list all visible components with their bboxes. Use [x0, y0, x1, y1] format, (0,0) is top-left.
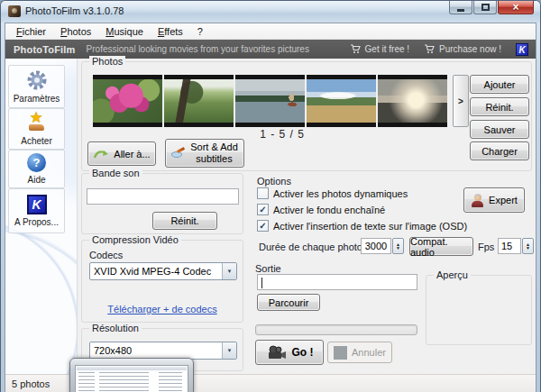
status-text: 5 photos — [12, 378, 50, 389]
photo-thumbnail-4[interactable] — [307, 75, 376, 127]
close-icon: × — [512, 2, 518, 13]
sidebar-item-label: Paramètres — [14, 94, 60, 104]
fps-spinner[interactable]: ▲▼ — [522, 238, 534, 254]
output-path-input[interactable] — [257, 274, 417, 290]
sidebar-item-label: Acheter — [21, 136, 51, 146]
bande-son-label: Bande son — [89, 168, 142, 178]
text-caret — [261, 278, 262, 288]
codecs-label: Codecs — [89, 250, 123, 260]
parcourir-button[interactable]: Parcourir — [257, 294, 320, 311]
compression-video-group: Compression Vidéo Codecs XVID Xvid MPEG-… — [81, 240, 243, 323]
minimize-button[interactable] — [449, 1, 472, 14]
purchase-now-label: Purchase now ! — [439, 44, 501, 54]
reinit-soundtrack-button[interactable]: Réinit. — [152, 212, 217, 230]
expert-button[interactable]: Expert — [463, 187, 525, 213]
window-title: PhotoToFilm v3.1.0.78 — [25, 5, 124, 16]
sidebar-item-label: A Propos... — [14, 217, 59, 227]
ajouter-button[interactable]: Ajouter — [470, 75, 529, 94]
banner-tagline: Professional looking movies from your fa… — [87, 44, 309, 54]
download-codecs-link[interactable]: Télécharger + de codecs — [82, 304, 243, 315]
title-bar[interactable]: PhotoToFilm v3.1.0.78 × — [1, 1, 540, 23]
soundtrack-input[interactable] — [87, 188, 239, 205]
gear-icon — [26, 69, 48, 91]
photos-group: Photos > 1 - 5 / 5 Ajouter Réinit. Sauve… — [81, 61, 532, 171]
checkbox-photos-dynamiques[interactable]: Activer les photos dynamiques — [257, 187, 408, 199]
compat-audio-button[interactable]: Compat. audio — [409, 237, 473, 256]
get-it-free-link[interactable]: Get it free ! — [350, 44, 409, 54]
chevron-down-icon: ▼ — [222, 342, 236, 359]
movie-camera-icon — [266, 345, 288, 360]
compression-video-label: Compression Vidéo — [89, 234, 181, 245]
next-photos-button[interactable]: > — [453, 75, 469, 127]
checkbox-fondu-enchaine[interactable]: ✓ Activer le fondu enchaîné — [257, 204, 385, 215]
background-window-thumbnail[interactable] — [69, 358, 194, 392]
checkbox-icon — [257, 187, 269, 199]
resolution-label: Résolution — [89, 323, 142, 333]
go-button[interactable]: Go ! — [255, 340, 324, 365]
cart-icon — [350, 44, 362, 54]
codec-dropdown[interactable]: XVID Xvid MPEG-4 Codec ▼ — [89, 262, 237, 280]
promo-banner: PhotoToFilm Professional looking movies … — [5, 40, 536, 59]
close-button[interactable]: × — [498, 1, 534, 14]
apercu-label: Aperçu — [434, 269, 471, 280]
kc-logo-icon: K — [27, 195, 47, 214]
photo-thumbnail-1[interactable] — [93, 75, 162, 127]
star-hand-icon: ★ — [26, 112, 48, 133]
maximize-icon — [481, 4, 490, 11]
menu-bar: Fichier Photos Musique Effets ? — [5, 23, 536, 40]
background-window-content — [75, 365, 188, 392]
phototofilm-window: PhotoToFilm v3.1.0.78 × Fichier Photos M… — [0, 0, 541, 392]
app-icon — [8, 5, 21, 17]
sortie-label: Sortie — [255, 263, 281, 274]
charger-button[interactable]: Charger — [470, 141, 529, 160]
sidebar-item-acheter[interactable]: ★ Acheter — [8, 108, 65, 150]
menu-fichier[interactable]: Fichier — [9, 26, 53, 37]
photos-group-label: Photos — [89, 56, 125, 67]
menu-effets[interactable]: Effets — [151, 26, 190, 37]
get-it-free-label: Get it free ! — [365, 44, 409, 54]
checkbox-texte-osd[interactable]: ✓ Activer l'insertion de texte sur l'ima… — [257, 220, 467, 232]
resolution-dropdown[interactable]: 720x480 ▼ — [89, 342, 237, 360]
menu-musique[interactable]: Musique — [98, 26, 151, 37]
checkbox-icon: ✓ — [257, 204, 269, 215]
sort-add-subtitles-button[interactable]: Sort & Addsubtitles — [165, 139, 244, 168]
duration-spinner[interactable]: ▲▼ — [392, 238, 404, 254]
fps-input[interactable] — [498, 238, 521, 254]
fps-label: Fps : — [478, 242, 500, 252]
bande-son-group: Bande son Réinit. — [81, 173, 243, 234]
sidebar-item-parametres[interactable]: Paramètres — [8, 65, 65, 108]
minimize-icon — [457, 9, 464, 12]
stop-square-icon — [334, 346, 347, 360]
duration-input[interactable] — [361, 238, 391, 254]
aller-a-button[interactable]: Aller à... — [87, 141, 156, 166]
menu-photos[interactable]: Photos — [53, 26, 98, 37]
photo-counter: 1 - 5 / 5 — [96, 128, 468, 141]
help-icon: ? — [27, 153, 46, 172]
photo-thumbnail-5[interactable] — [378, 75, 447, 127]
sidebar-item-a-propos[interactable]: K A Propos... — [8, 188, 65, 233]
kc-softwares-logo-icon[interactable]: K — [516, 43, 528, 56]
apercu-group: Aperçu — [426, 275, 532, 345]
chevron-down-icon: ▼ — [222, 263, 236, 279]
photo-thumbnail-2[interactable] — [164, 75, 234, 127]
main-panel: Photos > 1 - 5 / 5 Ajouter Réinit. Sauve… — [78, 59, 539, 374]
sidebar-item-aide[interactable]: ? Aide — [8, 150, 65, 188]
sort-pencil-icon — [171, 148, 186, 159]
checkbox-icon: ✓ — [257, 220, 269, 232]
green-arrow-icon — [93, 149, 109, 160]
maximize-button[interactable] — [473, 1, 497, 14]
annuler-button[interactable]: Annuler — [327, 342, 392, 363]
expert-person-icon — [471, 194, 484, 207]
photo-thumbnail-3[interactable] — [235, 75, 305, 127]
progress-bar — [255, 324, 417, 335]
chevron-right-icon: > — [458, 96, 463, 106]
purchase-now-link[interactable]: Purchase now ! — [424, 44, 501, 54]
banner-brand: PhotoToFilm — [14, 44, 76, 55]
menu-help[interactable]: ? — [190, 26, 210, 37]
sidebar-item-label: Aide — [27, 175, 45, 185]
sauver-button[interactable]: Sauver — [470, 120, 529, 139]
options-label: Options — [257, 176, 291, 187]
reinit-photos-button[interactable]: Réinit. — [470, 97, 529, 116]
cart-icon — [424, 44, 436, 54]
sidebar: Paramètres ★ Acheter ? Aide K A Propos..… — [5, 59, 78, 374]
